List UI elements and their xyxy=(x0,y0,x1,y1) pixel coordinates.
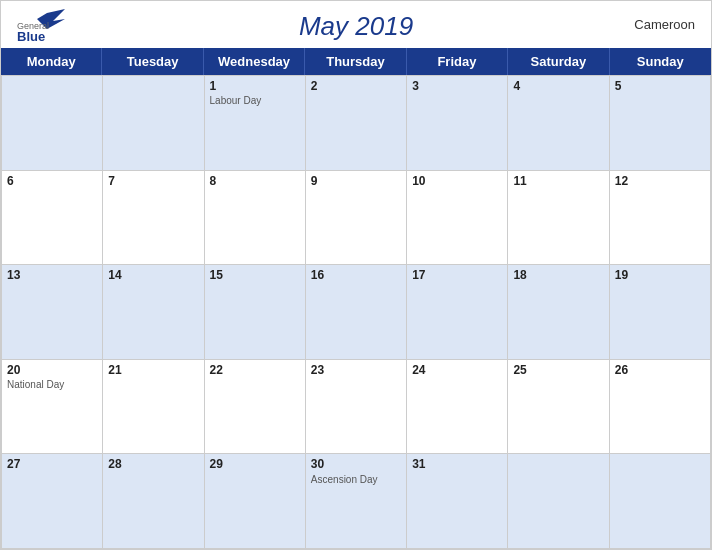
date-number: 27 xyxy=(7,457,97,471)
date-number: 18 xyxy=(513,268,603,282)
day-wednesday: Wednesday xyxy=(204,48,305,75)
date-number: 11 xyxy=(513,174,603,188)
date-number: 4 xyxy=(513,79,603,93)
day-monday: Monday xyxy=(1,48,102,75)
calendar-cell: 9 xyxy=(306,171,407,266)
calendar-cell: 11 xyxy=(508,171,609,266)
day-friday: Friday xyxy=(407,48,508,75)
calendar-cell: 15 xyxy=(205,265,306,360)
calendar: General Blue May 2019 Cameroon Monday Tu… xyxy=(0,0,712,550)
calendar-cell: 29 xyxy=(205,454,306,549)
day-tuesday: Tuesday xyxy=(102,48,203,75)
calendar-title: May 2019 xyxy=(299,11,413,42)
date-number: 31 xyxy=(412,457,502,471)
calendar-cell: 8 xyxy=(205,171,306,266)
date-number: 5 xyxy=(615,79,705,93)
calendar-cell: 28 xyxy=(103,454,204,549)
calendar-cell: 24 xyxy=(407,360,508,455)
date-number: 9 xyxy=(311,174,401,188)
holiday-label: National Day xyxy=(7,379,97,391)
calendar-cell: 18 xyxy=(508,265,609,360)
date-number: 3 xyxy=(412,79,502,93)
calendar-cell: 17 xyxy=(407,265,508,360)
calendar-cell: 19 xyxy=(610,265,711,360)
date-number: 13 xyxy=(7,268,97,282)
calendar-cell: 20National Day xyxy=(2,360,103,455)
calendar-cell: 23 xyxy=(306,360,407,455)
calendar-cell: 25 xyxy=(508,360,609,455)
calendar-cell: 21 xyxy=(103,360,204,455)
date-number: 22 xyxy=(210,363,300,377)
calendar-cell: 16 xyxy=(306,265,407,360)
calendar-cell: 12 xyxy=(610,171,711,266)
day-saturday: Saturday xyxy=(508,48,609,75)
svg-text:Blue: Blue xyxy=(17,29,45,44)
calendar-header: General Blue May 2019 Cameroon xyxy=(1,1,711,48)
date-number: 30 xyxy=(311,457,401,471)
day-thursday: Thursday xyxy=(305,48,406,75)
calendar-cell: 5 xyxy=(610,76,711,171)
date-number: 29 xyxy=(210,457,300,471)
date-number: 28 xyxy=(108,457,198,471)
calendar-cell: 6 xyxy=(2,171,103,266)
holiday-label: Ascension Day xyxy=(311,474,401,486)
logo: General Blue xyxy=(17,9,65,45)
calendar-cell xyxy=(103,76,204,171)
calendar-cell: 27 xyxy=(2,454,103,549)
days-header: Monday Tuesday Wednesday Thursday Friday… xyxy=(1,48,711,75)
calendar-cell: 31 xyxy=(407,454,508,549)
date-number: 1 xyxy=(210,79,300,93)
date-number: 20 xyxy=(7,363,97,377)
date-number: 8 xyxy=(210,174,300,188)
date-number: 14 xyxy=(108,268,198,282)
date-number: 26 xyxy=(615,363,705,377)
calendar-cell: 13 xyxy=(2,265,103,360)
date-number: 6 xyxy=(7,174,97,188)
calendar-cell: 26 xyxy=(610,360,711,455)
calendar-cell: 4 xyxy=(508,76,609,171)
date-number: 2 xyxy=(311,79,401,93)
calendar-cell: 14 xyxy=(103,265,204,360)
calendar-cell: 30Ascension Day xyxy=(306,454,407,549)
date-number: 7 xyxy=(108,174,198,188)
date-number: 10 xyxy=(412,174,502,188)
calendar-cell xyxy=(2,76,103,171)
calendar-cell: 3 xyxy=(407,76,508,171)
calendar-cell: 1Labour Day xyxy=(205,76,306,171)
calendar-cell: 10 xyxy=(407,171,508,266)
logo-svg: General Blue xyxy=(17,9,65,45)
calendar-cell xyxy=(610,454,711,549)
country-label: Cameroon xyxy=(634,17,695,32)
title-area: May 2019 xyxy=(299,11,413,42)
date-number: 25 xyxy=(513,363,603,377)
calendar-cell xyxy=(508,454,609,549)
calendar-cell: 22 xyxy=(205,360,306,455)
date-number: 15 xyxy=(210,268,300,282)
date-number: 17 xyxy=(412,268,502,282)
day-sunday: Sunday xyxy=(610,48,711,75)
calendar-cell: 2 xyxy=(306,76,407,171)
holiday-label: Labour Day xyxy=(210,95,300,107)
date-number: 21 xyxy=(108,363,198,377)
date-number: 19 xyxy=(615,268,705,282)
date-number: 24 xyxy=(412,363,502,377)
date-number: 23 xyxy=(311,363,401,377)
calendar-grid: 1Labour Day23456789101112131415161718192… xyxy=(1,75,711,549)
calendar-cell: 7 xyxy=(103,171,204,266)
date-number: 16 xyxy=(311,268,401,282)
date-number: 12 xyxy=(615,174,705,188)
